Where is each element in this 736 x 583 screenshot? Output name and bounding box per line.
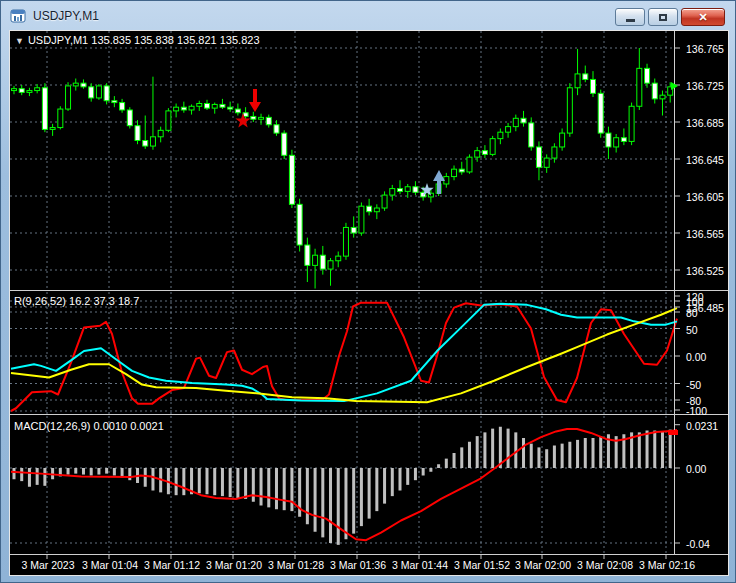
restore-button[interactable] <box>648 8 678 26</box>
macd-current-tag-icon <box>668 430 678 435</box>
mt4-chart-window: USDJPY,M1 ✕ ▼USDJPY,M1 135.835 135.838 1… <box>0 0 736 583</box>
chart-canvas[interactable] <box>10 31 728 575</box>
restore-icon <box>659 14 667 21</box>
chart-client-area: ▼USDJPY,M1 135.835 135.838 135.821 135.8… <box>9 30 729 576</box>
window-controls: ✕ <box>615 8 725 26</box>
close-button[interactable]: ✕ <box>681 8 725 26</box>
title-bar[interactable]: USDJPY,M1 ✕ <box>1 1 735 30</box>
window-title: USDJPY,M1 <box>33 9 99 23</box>
chart-window-icon <box>10 8 26 24</box>
minimize-button[interactable] <box>615 8 645 26</box>
minimize-icon <box>626 19 635 22</box>
